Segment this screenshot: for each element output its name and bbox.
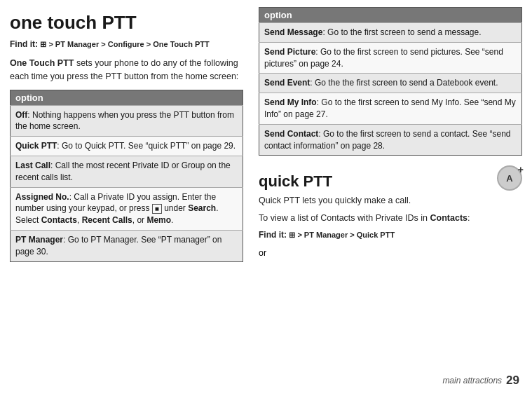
search-label: Search	[188, 203, 216, 213]
table-cell: Send My Info: Go to the first screen to …	[259, 93, 522, 125]
find-it-left: Find it: ⊞ > PT Manager > Configure > On…	[10, 39, 243, 50]
page-title: one touch PTT	[10, 13, 243, 33]
table-row: Last Call: Call the most recent Private …	[11, 156, 243, 188]
page-number: 29	[506, 374, 519, 388]
table-cell: PT Manager: Go to PT Manager. See “PT ma…	[11, 231, 243, 262]
quick-ptt-title-text: quick PTT	[259, 172, 332, 191]
cell-text: : Go to the first screen to send a messa…	[322, 27, 481, 37]
find-it-right: Find it: ⊞ > PT Manager > Quick PTT	[259, 229, 470, 241]
cell-key: Off	[15, 110, 27, 120]
find-it-path-right: ⊞ > PT Manager > Quick PTT	[289, 231, 395, 239]
find-it-path-left: ⊞ > PT Manager > Configure > One Touch P…	[40, 40, 209, 48]
table-cell: Send Picture: Go to the first screen to …	[259, 42, 522, 74]
quick-ptt-content: quick PTT Quick PTT lets you quickly mak…	[259, 165, 470, 258]
cell-key: Last Call	[15, 161, 50, 170]
cell-key: Send Picture	[264, 47, 315, 57]
cell-key: Send Contact	[264, 129, 318, 139]
right-column: option Send Message: Go to the first scr…	[253, 0, 532, 396]
table-row: Assigned No.: Call a Private ID you assi…	[11, 187, 243, 230]
left-column: one touch PTT Find it: ⊞ > PT Manager > …	[0, 0, 253, 396]
right-table-header-row: option	[259, 8, 522, 23]
table-cell: Off: Nothing happens when you press the …	[11, 105, 243, 137]
right-option-table: option Send Message: Go to the first scr…	[259, 7, 522, 156]
table-row: Send My Info: Go to the first screen to …	[259, 93, 522, 125]
footer-label: main attractions	[442, 376, 502, 385]
table-row: Off: Nothing happens when you press the …	[11, 105, 243, 137]
cell-key: PT Manager	[15, 235, 63, 245]
contacts-label: Contacts	[41, 215, 77, 225]
cell-key: Quick PTT	[15, 141, 57, 151]
cell-text: : Go the the first screen to send a Date…	[310, 78, 498, 88]
ptt-icon: + A	[497, 165, 522, 191]
cell-key: Assigned No.	[15, 192, 69, 202]
table-cell: Quick PTT: Go to Quick PTT. See “quick P…	[11, 137, 243, 156]
plus-icon: +	[518, 164, 524, 175]
cell-key: Send My Info	[264, 97, 317, 107]
table-row: Send Picture: Go to the first screen to …	[259, 42, 522, 74]
cell-text: : Nothing happens when you press the PTT…	[15, 110, 234, 132]
quick-desc-2: To view a list of Contacts with Private …	[259, 212, 470, 225]
table-cell: Last Call: Call the most recent Private …	[11, 156, 243, 188]
find-it-label-right: Find it:	[259, 230, 287, 240]
recent-calls-label: Recent Calls	[82, 215, 132, 225]
table-row: PT Manager: Go to PT Manager. See “PT ma…	[11, 231, 243, 262]
left-table-header: option	[11, 90, 243, 105]
intro-bold: One Touch PTT	[10, 58, 74, 68]
square-bracket-icon: ■	[152, 204, 162, 214]
left-table-header-row: option	[11, 90, 243, 105]
quick-ptt-section: quick PTT Quick PTT lets you quickly mak…	[259, 165, 522, 258]
contacts-bold: Contacts	[430, 213, 468, 223]
cell-text: : Go to Quick PTT. See “quick PTT” on pa…	[57, 141, 236, 151]
intro-text: One Touch PTT sets your phone to do any …	[10, 57, 243, 82]
a-letter: A	[506, 173, 512, 184]
table-cell: Send Contact: Go to the first screen to …	[259, 124, 522, 156]
table-row: Quick PTT: Go to Quick PTT. See “quick P…	[11, 137, 243, 156]
table-row: Send Contact: Go to the first screen to …	[259, 124, 522, 156]
or-text: or	[259, 248, 470, 258]
memo-label: Memo	[146, 215, 171, 225]
left-option-table: option Off: Nothing happens when you pre…	[10, 90, 243, 262]
right-table-header: option	[259, 8, 522, 23]
cell-key: Send Event	[264, 78, 310, 88]
table-row: Send Event: Go the the first screen to s…	[259, 74, 522, 93]
table-cell: Send Event: Go the the first screen to s…	[259, 74, 522, 93]
quick-desc-2-text: To view a list of Contacts with Private …	[259, 213, 428, 223]
table-cell: Assigned No.: Call a Private ID you assi…	[11, 187, 243, 230]
cell-key: Send Message	[264, 27, 322, 37]
table-cell: Send Message: Go to the first screen to …	[259, 23, 522, 43]
table-row: Send Message: Go to the first screen to …	[259, 23, 522, 43]
quick-desc-1: Quick PTT lets you quickly make a call.	[259, 195, 470, 207]
footer: main attractions 29	[442, 374, 519, 388]
find-it-label-left: Find it:	[10, 39, 38, 49]
quick-ptt-title: quick PTT	[259, 172, 470, 191]
